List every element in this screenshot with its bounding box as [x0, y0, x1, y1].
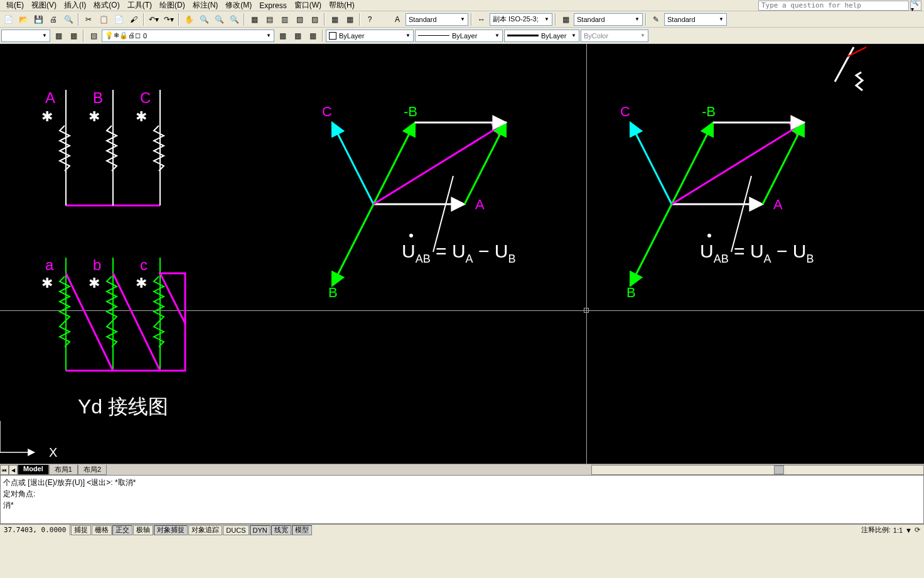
menu-modify[interactable]: 修改(M) [222, 0, 255, 11]
menu-tools[interactable]: 工具(T) [124, 0, 156, 11]
dim-style-combo[interactable]: 副本 ISO-25-3;▼ [490, 13, 552, 26]
svg-text:c: c [140, 256, 148, 273]
mleader-style-icon[interactable]: ✎ [649, 13, 663, 26]
zoom-win-icon[interactable]: 🔍 [212, 13, 226, 26]
props-icon[interactable]: ▦ [247, 13, 261, 26]
tp-icon[interactable]: ▥ [277, 13, 291, 26]
zoom-prev-icon[interactable]: 🔍 [227, 13, 241, 26]
svg-text:A: A [475, 197, 485, 212]
zoom-rt-icon[interactable]: 🔍 [197, 13, 211, 26]
help-search-input[interactable] [758, 1, 909, 11]
menu-draw[interactable]: 绘图(D) [156, 0, 189, 11]
help-icon[interactable]: ? [363, 13, 377, 26]
hscrollbar[interactable] [591, 465, 924, 475]
text-style-icon[interactable]: A [390, 13, 404, 26]
menu-insert[interactable]: 插入(I) [60, 0, 90, 11]
copy-icon[interactable]: 📋 [97, 13, 110, 26]
svg-text:X: X [49, 445, 57, 459]
svg-text:C: C [322, 104, 332, 119]
render-icon[interactable]: ▦ [328, 13, 341, 26]
mleader-style-combo[interactable]: Standard▼ [664, 13, 727, 26]
status-ortho[interactable]: 正交 [112, 525, 132, 535]
status-polar[interactable]: 极轴 [133, 525, 153, 535]
cut-icon[interactable]: ✂ [82, 13, 95, 26]
tab-prev-icon[interactable]: ◀ [9, 465, 18, 475]
svg-text:A: A [45, 89, 55, 106]
menu-format[interactable]: 格式(O) [90, 0, 123, 11]
svg-text:b: b [93, 256, 101, 273]
pan-icon[interactable]: ✋ [182, 13, 196, 26]
anno-scale-dropdown-icon[interactable]: ▼ [905, 526, 912, 534]
layer-state-icon[interactable]: ▦ [291, 29, 304, 43]
svg-line-42 [630, 204, 672, 286]
menu-edit[interactable]: 辑(E) [3, 0, 28, 11]
layer-icon[interactable]: ▦ [67, 29, 80, 43]
layer-manager-icon[interactable]: ▤ [87, 29, 100, 43]
svg-text:✱: ✱ [136, 109, 147, 124]
statusbar: 37.7403, 0.0000 捕捉 栅格 正交 极轴 对象捕捉 对象追踪 DU… [0, 524, 924, 535]
anno-scale-label: 注释比例: [861, 525, 891, 535]
print-icon[interactable]: 🖨 [46, 13, 60, 26]
undo-icon[interactable]: ↶▾ [147, 13, 161, 26]
svg-text:Yd 接线图: Yd 接线图 [78, 395, 168, 418]
status-osnap[interactable]: 对象捕捉 [154, 525, 188, 535]
status-lwt[interactable]: 线宽 [271, 525, 291, 535]
tab-model[interactable]: Model [18, 465, 49, 475]
preview-icon[interactable]: 🔍 [62, 13, 75, 26]
layer-prev-icon[interactable]: ▦ [276, 29, 289, 43]
color-combo[interactable]: ByLayer▼ [326, 30, 414, 42]
lineweight-combo[interactable]: ByLayer▼ [504, 30, 579, 42]
drawing-canvas[interactable]: ✱ ✱ ✱ A B C ✱ ✱ ✱ a b c Yd 接线图 [0, 44, 924, 464]
combo-unknown[interactable]: ▼ [1, 30, 50, 42]
ssm-icon[interactable]: ▧ [293, 13, 306, 26]
redo-icon[interactable]: ↷▾ [162, 13, 176, 26]
svg-text:UAB = UA − UB: UAB = UA − UB [700, 241, 814, 265]
markup-icon[interactable]: ▨ [308, 13, 321, 26]
svg-text:B: B [93, 89, 103, 106]
status-otrack[interactable]: 对象追踪 [188, 525, 222, 535]
svg-text:-B: -B [702, 104, 716, 119]
cmd-history-1: 个点或 [退出(E)/放弃(U)] <退出>: *取消* [3, 477, 921, 488]
menu-express[interactable]: Express [255, 1, 290, 10]
svg-text:✱: ✱ [89, 275, 100, 291]
dim-style-icon[interactable]: ↔ [475, 13, 488, 26]
cmd-history-2: 定对角点: [3, 488, 921, 499]
menu-dimension[interactable]: 标注(N) [189, 0, 222, 11]
new-icon[interactable]: 📄 [1, 13, 15, 26]
paste-icon[interactable]: 📄 [112, 13, 126, 26]
dc-icon[interactable]: ▤ [262, 13, 276, 26]
svg-text:UAB = UA − UB: UAB = UA − UB [402, 241, 515, 265]
table-style-icon[interactable]: ▦ [559, 13, 572, 26]
open-icon[interactable]: 📂 [16, 13, 30, 26]
text-style-combo[interactable]: Standard▼ [406, 13, 468, 26]
drawing-svg: ✱ ✱ ✱ A B C ✱ ✱ ✱ a b c Yd 接线图 [0, 44, 924, 464]
command-line[interactable]: 个点或 [退出(E)/放弃(U)] <退出>: *取消* 定对角点: 消* [0, 475, 924, 524]
status-snap[interactable]: 捕捉 [71, 525, 91, 535]
tab-layout2[interactable]: 布局2 [78, 465, 107, 475]
tab-layout1[interactable]: 布局1 [49, 465, 78, 475]
status-dyn[interactable]: DYN [250, 525, 271, 535]
svg-text:✱: ✱ [41, 109, 53, 124]
status-model[interactable]: 模型 [292, 525, 312, 535]
search-icon[interactable]: 🔍▾ [910, 1, 921, 11]
svg-text:a: a [45, 256, 54, 273]
status-grid[interactable]: 栅格 [92, 525, 112, 535]
layer-props-icon[interactable]: ▦ [51, 29, 65, 43]
svg-text:✱: ✱ [41, 275, 53, 291]
save-icon[interactable]: 💾 [31, 13, 45, 26]
layer-combo[interactable]: 💡❄🔒🖨◻ 0▼ [102, 30, 274, 42]
menu-view[interactable]: 视图(V) [28, 0, 60, 11]
linetype-combo[interactable]: ByLayer▼ [415, 30, 503, 42]
anno-scale-value[interactable]: 1:1 [893, 526, 903, 534]
match-props-icon[interactable]: 🖌 [127, 13, 141, 26]
status-ducs[interactable]: DUCS [223, 525, 249, 535]
menu-window[interactable]: 窗口(W) [291, 0, 325, 11]
table-style-combo[interactable]: Standard▼ [574, 13, 643, 26]
tab-first-icon[interactable]: ⏮ [0, 465, 9, 475]
anno-viz-icon[interactable]: ⟳ [915, 526, 920, 534]
calc-icon[interactable]: ▦ [343, 13, 357, 26]
menu-help[interactable]: 帮助(H) [325, 0, 358, 11]
tabbar: ⏮ ◀ Model 布局1 布局2 [0, 464, 924, 475]
plotstyle-combo[interactable]: ByColor▼ [581, 30, 648, 42]
layer-iso-icon[interactable]: ▦ [306, 29, 320, 43]
